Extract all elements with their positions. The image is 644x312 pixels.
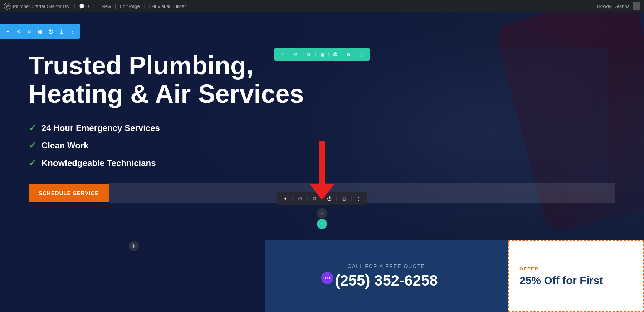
- divi-settings-btn[interactable]: ⚙: [14, 26, 24, 36]
- add-left-section-button[interactable]: +: [129, 241, 139, 251]
- add-section-button[interactable]: +: [317, 219, 327, 229]
- arrow-shaft: [319, 141, 325, 184]
- user-avatar[interactable]: [633, 2, 640, 10]
- call-quote-card: CALL FOR A FREE QUOTE (255) 352-6258: [265, 240, 508, 312]
- edit-page-link[interactable]: Edit Page: [119, 4, 140, 9]
- comment-bubble-icon: 💬: [79, 4, 85, 9]
- admin-bar: W Plumber Starter Site for Divi | 💬 0 | …: [0, 0, 644, 12]
- arrow-head: [309, 184, 335, 200]
- divi-more-btn[interactable]: ⋮: [67, 26, 77, 36]
- phone-number: (255) 352-6258: [335, 272, 438, 289]
- plus-icon: +: [320, 220, 324, 228]
- divi-top-toolbar: ✦ ⚙ ⧉ ▦ ⏻ 🗑 ⋮: [0, 24, 80, 39]
- wordpress-icon[interactable]: W: [4, 3, 11, 10]
- admin-bar-left: W Plumber Starter Site for Divi | 💬 0 | …: [4, 3, 594, 10]
- divi-columns-btn[interactable]: ▦: [35, 26, 45, 36]
- purple-dots-button[interactable]: •••: [321, 272, 333, 284]
- section-columns-btn[interactable]: ▦: [318, 50, 326, 59]
- divi-disable-btn[interactable]: ⏻: [46, 26, 56, 36]
- plus-icon: +: [320, 210, 324, 217]
- new-menu[interactable]: + New: [98, 4, 111, 9]
- section-more-btn[interactable]: ⋮: [357, 50, 366, 59]
- exit-visual-builder-link[interactable]: Exit Visual Builder: [148, 4, 186, 9]
- section-toolbar-green: + ⚙ ⧉ ▦ ⏻ 🗑 ⋮: [274, 48, 370, 61]
- admin-bar-right: Howdy, Deanna: [597, 2, 640, 10]
- red-arrow-annotation: [309, 141, 335, 200]
- comments-count: 0: [86, 4, 89, 9]
- check-icon-3: ✓: [29, 157, 36, 169]
- howdy-text: Howdy, Deanna: [597, 4, 630, 9]
- module-delete-btn[interactable]: 🗑: [340, 194, 348, 203]
- hero-title: Trusted Plumbing, Heating & Air Services: [29, 52, 308, 108]
- offer-card: OFFER 25% Off for First: [508, 240, 644, 312]
- section-duplicate-btn[interactable]: ⧉: [304, 50, 313, 59]
- module-settings-btn[interactable]: ⚙: [296, 194, 304, 203]
- divi-move-btn[interactable]: ✦: [3, 26, 13, 36]
- add-row-button[interactable]: +: [317, 208, 327, 218]
- module-move-btn[interactable]: ✦: [281, 194, 290, 203]
- svg-text:W: W: [5, 4, 9, 8]
- plus-icon: +: [98, 4, 101, 9]
- check-icon-2: ✓: [29, 140, 36, 151]
- hero-section: ✦ ⚙ ⧉ ▦ ⏻ 🗑 ⋮ + ⚙ ⧉ ▦ ⏻ 🗑 ⋮ Trusted Plum…: [0, 12, 644, 312]
- add-left-section-wrapper: +: [129, 241, 139, 251]
- new-label: New: [102, 4, 111, 9]
- section-settings-btn[interactable]: ⚙: [291, 50, 300, 59]
- dots-icon: •••: [324, 275, 331, 281]
- plus-icon: +: [132, 243, 136, 250]
- site-name: Plumber Starter Site for Divi: [13, 4, 70, 9]
- section-move-btn[interactable]: +: [278, 50, 287, 59]
- divi-delete-btn[interactable]: 🗑: [57, 26, 67, 36]
- schedule-service-button[interactable]: SCHEDULE SERVICE: [29, 184, 109, 202]
- section-delete-btn[interactable]: 🗑: [344, 50, 353, 59]
- module-more-btn[interactable]: ⋮: [355, 194, 363, 203]
- divi-duplicate-btn[interactable]: ⧉: [24, 26, 34, 36]
- offer-label: OFFER: [519, 266, 633, 272]
- comments-link[interactable]: 💬 0: [79, 4, 89, 9]
- offer-title: 25% Off for First: [519, 274, 633, 287]
- section-disable-btn[interactable]: ⏻: [331, 50, 340, 59]
- checklist-item-1: ✓ 24 Hour Emergency Services: [29, 122, 615, 133]
- check-icon-1: ✓: [29, 122, 36, 133]
- call-label: CALL FOR A FREE QUOTE: [348, 263, 425, 269]
